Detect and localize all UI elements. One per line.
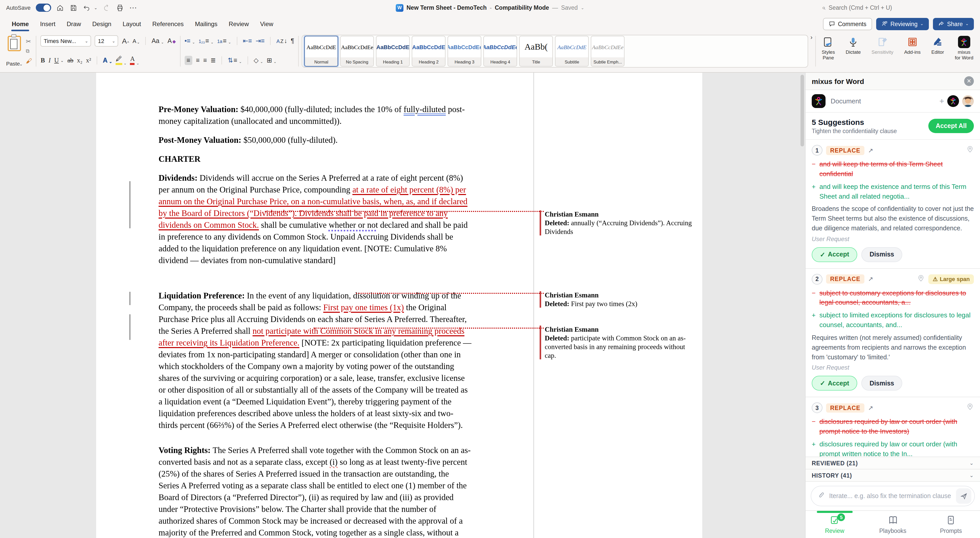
justify-button[interactable]: ≣: [210, 57, 216, 64]
mixus-avatar[interactable]: [947, 95, 959, 107]
styles-pane-button[interactable]: Styles Pane: [818, 34, 838, 61]
saved-chevron-icon[interactable]: ⌄: [581, 5, 584, 10]
autosave-toggle[interactable]: [35, 3, 51, 12]
cut-icon[interactable]: ✂: [26, 38, 32, 45]
decrease-indent-icon[interactable]: ⇤≡: [243, 38, 252, 44]
ribbon-tab-layout[interactable]: Layout: [117, 17, 146, 30]
strikethrough-button[interactable]: ab: [67, 57, 73, 64]
goto-location-icon[interactable]: ↗: [868, 147, 873, 154]
add-ins-button[interactable]: Add-ins: [900, 34, 924, 55]
font-name-combo[interactable]: Times New...⌄: [41, 35, 91, 46]
reviewing-button[interactable]: Reviewing⌄: [876, 18, 929, 30]
styles-gallery-expand-icon[interactable]: ›: [810, 34, 813, 69]
sort-button[interactable]: AZ↓: [277, 38, 287, 44]
pilcrow-button[interactable]: ¶: [291, 38, 294, 44]
share-button[interactable]: Share⌄: [933, 18, 974, 30]
save-icon[interactable]: [69, 3, 78, 12]
more-options-icon[interactable]: ⋯: [129, 3, 137, 12]
copy-icon[interactable]: ⧉: [26, 48, 32, 54]
style-heading-3[interactable]: AaBbCcDdEeHeading 3: [447, 36, 481, 67]
align-right-button[interactable]: ≡: [203, 57, 207, 64]
align-center-button[interactable]: ≡: [196, 57, 200, 64]
ribbon-tab-references[interactable]: References: [147, 17, 189, 30]
text-effects-button[interactable]: A⌄: [103, 57, 112, 64]
borders-button[interactable]: ⊞⌄: [267, 57, 277, 64]
ribbon-tab-draw[interactable]: Draw: [61, 17, 87, 30]
accept-all-button[interactable]: Accept All: [929, 119, 974, 133]
subscript-button[interactable]: x₂: [77, 57, 82, 64]
close-icon[interactable]: ✕: [964, 76, 974, 86]
reviewed-section-header[interactable]: REVIEWED (21)⌄: [806, 457, 980, 469]
change-case-button[interactable]: Aa⌄: [152, 38, 164, 44]
history-section-header[interactable]: HISTORY (41)⌄: [806, 469, 980, 481]
mixus-sidebar: mixus for Word ✕ Document + 5 Suggestion…: [805, 73, 980, 538]
style-subtitle[interactable]: AaBbCcDdESubtitle: [555, 36, 589, 67]
add-icon[interactable]: +: [939, 96, 944, 106]
ribbon-tab-mailings[interactable]: Mailings: [189, 17, 223, 30]
document-page[interactable]: Pre-Money Valuation: $40,000,000 (fully-…: [96, 73, 702, 538]
ribbon-tab-view[interactable]: View: [255, 17, 279, 30]
shrink-font-button[interactable]: A⌄: [132, 38, 140, 44]
ribbon-tab-home[interactable]: Home: [6, 17, 35, 30]
font-size-combo[interactable]: 12⌄: [95, 35, 118, 46]
editor-button[interactable]: Editor: [928, 34, 948, 55]
location-pin-icon[interactable]: [917, 274, 925, 284]
style-subtle-emph-[interactable]: AaBbCcDdEeSubtle Emph...: [591, 36, 625, 67]
accept-button[interactable]: ✓Accept: [812, 376, 857, 391]
paste-button[interactable]: Paste ⌄: [5, 35, 24, 67]
underline-button[interactable]: U: [54, 57, 59, 64]
attach-icon[interactable]: [817, 491, 825, 501]
home-icon[interactable]: [56, 3, 64, 12]
style-title[interactable]: AaBb(Title: [519, 36, 553, 67]
sidebar-tab-review[interactable]: 5Review: [806, 511, 864, 538]
print-icon[interactable]: [116, 3, 124, 12]
document-scrollbar[interactable]: [800, 75, 804, 147]
style-heading-4[interactable]: AaBbCcDdEeHeading 4: [484, 36, 517, 67]
bullet-list-button[interactable]: •≡⌄: [185, 38, 195, 44]
sidebar-tab-playbooks[interactable]: Playbooks: [864, 511, 922, 538]
superscript-button[interactable]: x²: [86, 57, 91, 64]
goto-location-icon[interactable]: ↗: [868, 275, 873, 283]
bold-button[interactable]: B: [41, 57, 45, 64]
comment-balloon[interactable]: Christian EsmannDeleted: annually (“Accr…: [539, 210, 692, 236]
comments-button[interactable]: Comments: [823, 18, 872, 30]
clear-formatting-button[interactable]: A◆: [167, 38, 176, 44]
italic-button[interactable]: I: [49, 57, 51, 64]
text-run: [NOTE: 2x participating liquidation pref…: [159, 338, 471, 430]
dismiss-button[interactable]: Dismiss: [861, 376, 902, 391]
ribbon-tab-review[interactable]: Review: [223, 17, 255, 30]
comment-balloon[interactable]: Christian EsmannDeleted: participate wit…: [539, 325, 692, 360]
dismiss-button[interactable]: Dismiss: [861, 247, 902, 262]
line-spacing-button[interactable]: ⇅≡⌄: [228, 57, 242, 64]
goto-location-icon[interactable]: ↗: [868, 404, 873, 412]
multilevel-list-button[interactable]: 1a≡⌄: [217, 38, 231, 44]
highlight-button[interactable]: 🖉︎⌄: [116, 56, 127, 65]
shading-button[interactable]: ◇⌄: [254, 57, 263, 64]
user-avatar[interactable]: [962, 95, 974, 107]
ribbon-tab-design[interactable]: Design: [87, 17, 117, 30]
align-left-button[interactable]: ≡: [185, 56, 192, 65]
style-normal[interactable]: AaBbCcDdENormal: [304, 36, 338, 67]
location-pin-icon[interactable]: [966, 145, 974, 155]
document-text[interactable]: Pre-Money Valuation: $40,000,000 (fully-…: [159, 104, 472, 538]
style-no-spacing[interactable]: AaBbCcDdEeNo Spacing: [340, 36, 374, 67]
search-bar[interactable]: ⌕ Search (Cmd + Ctrl + U): [822, 4, 974, 11]
undo-icon[interactable]: [83, 3, 91, 12]
increase-indent-icon[interactable]: ⇥≡: [256, 38, 265, 44]
style-heading-1[interactable]: AaBbCcDdEHeading 1: [376, 36, 410, 67]
iterate-input[interactable]: Iterate... e.g. also fix the termination…: [811, 486, 975, 506]
sidebar-tab-prompts[interactable]: Prompts: [922, 511, 980, 538]
grow-font-button[interactable]: A^: [122, 37, 129, 45]
font-color-button[interactable]: A⌄: [130, 56, 139, 65]
accept-button[interactable]: ✓Accept: [812, 247, 857, 262]
mixus-addin-button[interactable]: mixus for Word: [951, 34, 977, 61]
undo-chevron-icon[interactable]: ⌄: [94, 5, 97, 10]
numbered-list-button[interactable]: 1₂₃≡⌄: [199, 38, 214, 44]
send-icon[interactable]: [956, 489, 971, 504]
location-pin-icon[interactable]: [966, 403, 974, 413]
style-heading-2[interactable]: AaBbCcDdEHeading 2: [412, 36, 445, 67]
ribbon-tab-insert[interactable]: Insert: [35, 17, 61, 30]
comment-balloon[interactable]: Christian EsmannDeleted: First pay two t…: [539, 291, 692, 308]
format-painter-icon[interactable]: 🖌︎: [26, 57, 32, 64]
dictate-button[interactable]: Dictate: [842, 34, 864, 55]
